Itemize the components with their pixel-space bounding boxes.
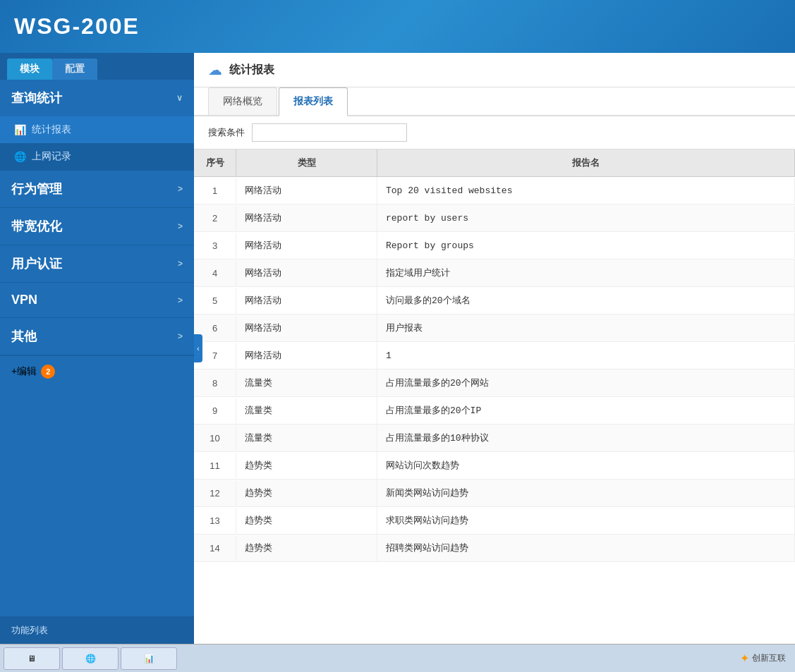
chevron-right-icon-bandwidth: >	[178, 221, 183, 231]
sidebar-item-other[interactable]: 其他 >	[0, 318, 194, 355]
sidebar-item-label-bandwidth: 带宽优化	[11, 218, 62, 235]
cell-report: 占用流量最多的20个IP	[377, 397, 795, 424]
table-row[interactable]: 6 网络活动 用户报表	[194, 314, 795, 342]
chevron-down-icon: ∨	[176, 93, 183, 103]
stats-report-icon: 📊	[14, 124, 26, 135]
sidebar-item-label-behavior: 行为管理	[11, 181, 62, 197]
chevron-right-icon-user-auth: >	[178, 259, 183, 269]
cell-type: 网络活动	[236, 342, 377, 369]
cell-type: 流量类	[236, 397, 377, 424]
cell-report: 新闻类网站访问趋势	[377, 479, 795, 506]
cell-report: 访问最多的20个域名	[377, 287, 795, 314]
chevron-right-icon-vpn: >	[178, 295, 183, 305]
cell-report: 招聘类网站访问趋势	[377, 534, 795, 561]
sidebar-footer-label: 功能列表	[11, 625, 48, 635]
cell-seq: 12	[194, 481, 236, 506]
sidebar-tab-config[interactable]: 配置	[52, 59, 97, 80]
taskbar-icon-2: 🌐	[85, 654, 96, 664]
table-row[interactable]: 2 网络活动 report by users	[194, 204, 795, 232]
cell-type: 网络活动	[236, 287, 377, 314]
cell-type: 趋势类	[236, 534, 377, 561]
taskbar-item-2[interactable]: 🌐	[62, 647, 119, 670]
cell-report: 占用流量最多的20个网站	[377, 369, 795, 396]
cell-type: 网络活动	[236, 232, 377, 259]
sidebar: 模块 配置 查询统计 ∨ 📊 统计报表 🌐 上网记录 行为管理 >	[0, 53, 194, 644]
sidebar-item-query-stats[interactable]: 查询统计 ∨	[0, 80, 194, 116]
col-header-report: 报告名	[377, 149, 795, 176]
sidebar-collapse-button[interactable]: ‹	[194, 334, 202, 362]
taskbar-item-1[interactable]: 🖥	[4, 647, 60, 670]
page-title: 统计报表	[229, 63, 274, 78]
cell-type: 流量类	[236, 369, 377, 396]
internet-log-icon: 🌐	[14, 151, 26, 162]
table-row[interactable]: 1 网络活动 Top 20 visited websites	[194, 177, 795, 204]
table-row[interactable]: 10 流量类 占用流量最多的10种协议	[194, 424, 795, 452]
cell-type: 网络活动	[236, 259, 377, 286]
nav-section-user-auth: 用户认证 >	[0, 245, 194, 283]
nav-section-other: 其他 >	[0, 318, 194, 355]
cell-seq: 11	[194, 453, 236, 478]
table-row[interactable]: 9 流量类 占用流量最多的20个IP	[194, 397, 795, 424]
sidebar-item-vpn[interactable]: VPN >	[0, 283, 194, 317]
cell-type: 趋势类	[236, 479, 377, 506]
bottom-logo-area: ✦ 创新互联	[734, 652, 791, 665]
nav-section-vpn: VPN >	[0, 283, 194, 318]
taskbar-icon-1: 🖥	[28, 654, 36, 664]
taskbar-icon-3: 📊	[144, 654, 154, 664]
cell-report: 用户报表	[377, 314, 795, 341]
chevron-right-icon-behavior: >	[178, 184, 183, 194]
chevron-right-icon-other: >	[178, 331, 183, 341]
cell-report: 1	[377, 343, 795, 368]
cloud-icon: ☁	[208, 61, 222, 78]
nav-section-query-stats: 查询统计 ∨ 📊 统计报表 🌐 上网记录	[0, 80, 194, 171]
sidebar-item-label-user-auth: 用户认证	[11, 255, 62, 272]
taskbar-item-3[interactable]: 📊	[121, 647, 177, 670]
cell-report: 网站访问次数趋势	[377, 452, 795, 479]
sidebar-item-label-internet-log: 上网记录	[32, 150, 71, 163]
sidebar-item-behavior[interactable]: 行为管理 >	[0, 171, 194, 207]
cell-seq: 13	[194, 508, 236, 533]
sidebar-footer: 功能列表	[0, 616, 194, 644]
cell-type: 流量类	[236, 424, 377, 451]
logo-text: 创新互联	[752, 652, 786, 664]
edit-label: +编辑	[11, 365, 37, 378]
cell-report: 求职类网站访问趋势	[377, 507, 795, 534]
table-row[interactable]: 11 趋势类 网站访问次数趋势	[194, 452, 795, 479]
cell-type: 网络活动	[236, 177, 377, 204]
tab-report-list[interactable]: 报表列表	[279, 87, 348, 116]
content-tabs: 网络概览 报表列表	[194, 87, 795, 116]
cell-seq: 10	[194, 426, 236, 451]
sidebar-tab-module[interactable]: 模块	[7, 59, 52, 80]
edit-badge[interactable]: +编辑 2	[11, 365, 55, 379]
table-row[interactable]: 14 趋势类 招聘类网站访问趋势	[194, 534, 795, 562]
sidebar-item-bandwidth[interactable]: 带宽优化 >	[0, 208, 194, 245]
tab-network-overview[interactable]: 网络概览	[208, 87, 277, 115]
table-row[interactable]: 13 趋势类 求职类网站访问趋势	[194, 507, 795, 534]
col-header-type: 类型	[236, 149, 377, 176]
cell-report: report by users	[377, 206, 795, 231]
table-row[interactable]: 12 趋势类 新闻类网站访问趋势	[194, 479, 795, 507]
table-row[interactable]: 5 网络活动 访问最多的20个域名	[194, 287, 795, 314]
search-label: 搜索条件	[208, 126, 245, 139]
cell-type: 趋势类	[236, 507, 377, 534]
content-area: ☁ 统计报表 网络概览 报表列表 搜索条件 序号 类型 报告	[194, 53, 795, 644]
sidebar-item-internet-log[interactable]: 🌐 上网记录	[0, 143, 194, 170]
sidebar-item-stats-report[interactable]: 📊 统计报表	[0, 116, 194, 143]
cell-report: 指定域用户统计	[377, 259, 795, 286]
table-row[interactable]: 8 流量类 占用流量最多的20个网站	[194, 369, 795, 397]
taskbar: 🖥 🌐 📊 ✦ 创新互联	[0, 644, 795, 672]
table-row[interactable]: 3 网络活动 Report by groups	[194, 232, 795, 259]
app-title: WSG-200E	[14, 13, 140, 39]
sidebar-item-label-vpn: VPN	[11, 293, 37, 307]
search-input[interactable]	[252, 123, 407, 142]
sidebar-item-user-auth[interactable]: 用户认证 >	[0, 245, 194, 282]
cell-seq: 8	[194, 371, 236, 396]
cell-seq: 4	[194, 261, 236, 286]
cell-seq: 9	[194, 398, 236, 423]
table-row[interactable]: 7 网络活动 1	[194, 342, 795, 369]
table-row[interactable]: 4 网络活动 指定域用户统计	[194, 259, 795, 287]
edit-count-badge: 2	[41, 365, 55, 379]
search-bar: 搜索条件	[194, 116, 795, 149]
cell-type: 网络活动	[236, 204, 377, 231]
cell-report: Report by groups	[377, 233, 795, 258]
